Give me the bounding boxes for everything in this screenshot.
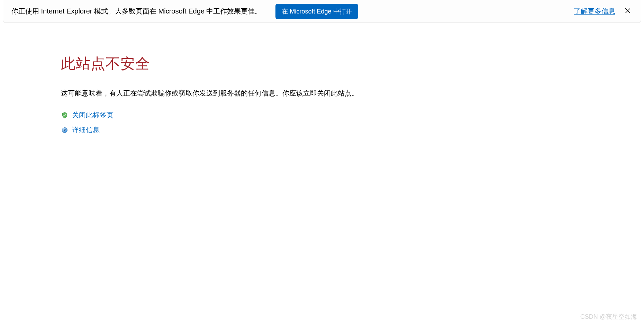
error-description: 这可能意味着，有人正在尝试欺骗你或窃取你发送到服务器的任何信息。你应该立即关闭此… (61, 89, 644, 98)
ie-mode-infobar: 你正使用 Internet Explorer 模式。大多数页面在 Microso… (3, 0, 641, 23)
learn-more-link[interactable]: 了解更多信息 (574, 7, 615, 16)
close-tab-link[interactable]: 关闭此标签页 (72, 110, 114, 120)
close-infobar-button[interactable] (622, 5, 634, 18)
close-tab-row: 关闭此标签页 (61, 110, 644, 120)
infobar-message: 你正使用 Internet Explorer 模式。大多数页面在 Microso… (11, 7, 262, 16)
open-in-edge-button[interactable]: 在 Microsoft Edge 中打开 (275, 4, 358, 19)
details-link[interactable]: 详细信息 (72, 125, 100, 135)
watermark-text: CSDN @夜星空如海 (580, 313, 637, 321)
security-error-page: 此站点不安全 这可能意味着，有人正在尝试欺骗你或窃取你发送到服务器的任何信息。你… (0, 23, 644, 135)
close-icon (625, 8, 631, 15)
expand-circle-icon (61, 126, 69, 134)
details-row: 详细信息 (61, 125, 644, 135)
shield-check-icon (61, 111, 69, 119)
error-headline: 此站点不安全 (61, 54, 644, 73)
